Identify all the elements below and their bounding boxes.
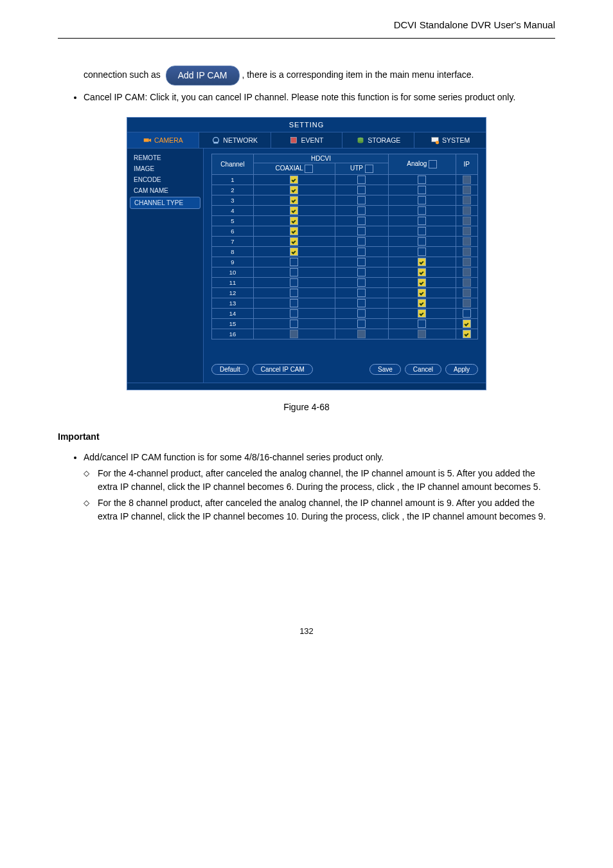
default-button[interactable]: Default xyxy=(211,364,249,375)
svg-rect-2 xyxy=(214,142,218,144)
sidebar-item-remote[interactable]: REMOTE xyxy=(127,152,203,163)
coax-checkbox[interactable] xyxy=(290,176,298,184)
cell-channel: 11 xyxy=(212,278,254,288)
utp-header-checkbox[interactable] xyxy=(365,165,373,173)
analog-checkbox[interactable] xyxy=(418,237,426,246)
coax-checkbox[interactable] xyxy=(290,289,298,297)
tab-system[interactable]: SYSTEM xyxy=(414,132,486,148)
utp-checkbox[interactable] xyxy=(357,227,366,235)
utp-checkbox[interactable] xyxy=(357,176,366,184)
coax-checkbox[interactable] xyxy=(290,217,298,225)
coax-checkbox[interactable] xyxy=(290,278,298,287)
ip-checkbox[interactable] xyxy=(463,309,471,318)
ip-checkbox xyxy=(463,258,471,266)
utp-checkbox[interactable] xyxy=(357,217,366,225)
utp-checkbox[interactable] xyxy=(357,268,366,276)
analog-checkbox[interactable] xyxy=(418,320,426,328)
utp-checkbox[interactable] xyxy=(357,258,366,266)
table-row: 14 xyxy=(212,309,478,319)
cell-utp xyxy=(335,298,388,309)
tab-camera[interactable]: CAMERA xyxy=(127,132,199,148)
cancel-button[interactable]: Cancel xyxy=(405,364,441,375)
utp-checkbox[interactable] xyxy=(357,278,366,287)
utp-checkbox[interactable] xyxy=(357,299,366,307)
cancel-ip-cam-button[interactable]: Cancel IP CAM xyxy=(253,364,313,375)
coax-checkbox[interactable] xyxy=(290,299,298,307)
cell-channel: 5 xyxy=(212,216,254,226)
coax-checkbox[interactable] xyxy=(290,248,298,256)
analog-checkbox[interactable] xyxy=(418,268,426,276)
ip-checkbox xyxy=(463,227,471,235)
coax-checkbox[interactable] xyxy=(290,237,298,246)
coax-checkbox[interactable] xyxy=(290,309,298,318)
coax-checkbox[interactable] xyxy=(290,206,298,215)
analog-checkbox[interactable] xyxy=(418,258,426,266)
sidebar-item-encode[interactable]: ENCODE xyxy=(127,174,203,185)
analog-checkbox[interactable] xyxy=(418,186,426,194)
ip-checkbox xyxy=(463,248,471,256)
utp-checkbox[interactable] xyxy=(357,248,366,256)
ip-checkbox xyxy=(463,206,471,215)
text-fragment: connection such as xyxy=(84,69,163,80)
tab-label: EVENT xyxy=(301,136,323,144)
table-row: 3 xyxy=(212,195,478,206)
th-hdcvi: HDCVI xyxy=(254,154,389,163)
ip-checkbox xyxy=(463,289,471,297)
utp-checkbox[interactable] xyxy=(357,320,366,328)
cell-utp xyxy=(335,206,388,216)
ip-checkbox[interactable] xyxy=(463,320,471,328)
analog-checkbox[interactable] xyxy=(418,206,426,215)
apply-button[interactable]: Apply xyxy=(445,364,478,375)
analog-checkbox[interactable] xyxy=(418,299,426,307)
coax-checkbox[interactable] xyxy=(290,196,298,204)
th-channel: Channel xyxy=(212,154,254,175)
coax-checkbox[interactable] xyxy=(290,186,298,194)
tab-event[interactable]: EVENT xyxy=(271,132,343,148)
svg-point-6 xyxy=(358,141,364,143)
cell-analog xyxy=(389,226,456,237)
analog-checkbox[interactable] xyxy=(418,217,426,225)
analog-checkbox[interactable] xyxy=(418,227,426,235)
cell-coax xyxy=(254,237,335,247)
cell-coax xyxy=(254,185,335,195)
cell-utp xyxy=(335,319,388,329)
analog-header-checkbox[interactable] xyxy=(429,160,437,168)
cell-coax xyxy=(254,278,335,288)
coax-checkbox[interactable] xyxy=(290,268,298,276)
analog-checkbox[interactable] xyxy=(418,176,426,184)
sidebar-item-channel-type[interactable]: CHANNEL TYPE xyxy=(130,197,200,209)
table-row: 1 xyxy=(212,175,478,185)
utp-checkbox[interactable] xyxy=(357,186,366,194)
save-button[interactable]: Save xyxy=(369,364,401,375)
analog-checkbox[interactable] xyxy=(418,248,426,256)
analog-checkbox[interactable] xyxy=(418,309,426,318)
cell-coax xyxy=(254,226,335,237)
coaxial-header-checkbox[interactable] xyxy=(305,165,313,173)
analog-checkbox[interactable] xyxy=(418,289,426,297)
sidebar-item-cam-name[interactable]: CAM NAME xyxy=(127,185,203,196)
sidebar-item-image[interactable]: IMAGE xyxy=(127,163,203,174)
cell-channel: 15 xyxy=(212,319,254,329)
utp-checkbox[interactable] xyxy=(357,309,366,318)
diamond-4-channel: For the 4-channel product, after cancele… xyxy=(84,467,555,494)
cell-ip xyxy=(456,288,478,298)
analog-checkbox[interactable] xyxy=(418,278,426,287)
tab-network[interactable]: NETWORK xyxy=(199,132,271,148)
window-title: SETTING xyxy=(127,118,486,132)
utp-checkbox[interactable] xyxy=(357,289,366,297)
coax-checkbox[interactable] xyxy=(290,258,298,266)
utp-checkbox[interactable] xyxy=(357,206,366,215)
cell-ip xyxy=(456,237,478,247)
utp-checkbox[interactable] xyxy=(357,196,366,204)
utp-checkbox[interactable] xyxy=(357,237,366,246)
cell-coax xyxy=(254,216,335,226)
coax-checkbox[interactable] xyxy=(290,320,298,328)
tab-storage[interactable]: STORAGE xyxy=(342,132,414,148)
th-ip: IP xyxy=(456,154,478,175)
cell-ip xyxy=(456,175,478,185)
analog-checkbox[interactable] xyxy=(418,196,426,204)
ip-checkbox[interactable] xyxy=(463,330,471,338)
cell-ip xyxy=(456,195,478,206)
tab-label: SYSTEM xyxy=(442,136,470,144)
coax-checkbox[interactable] xyxy=(290,227,298,235)
